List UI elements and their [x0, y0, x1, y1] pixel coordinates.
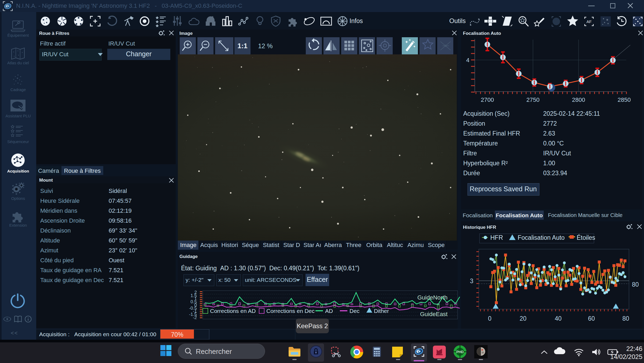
svg-text:PHD: PHD — [456, 350, 463, 354]
svg-text:AF: AF — [586, 19, 591, 24]
svg-text:1:1: 1:1 — [237, 42, 248, 50]
